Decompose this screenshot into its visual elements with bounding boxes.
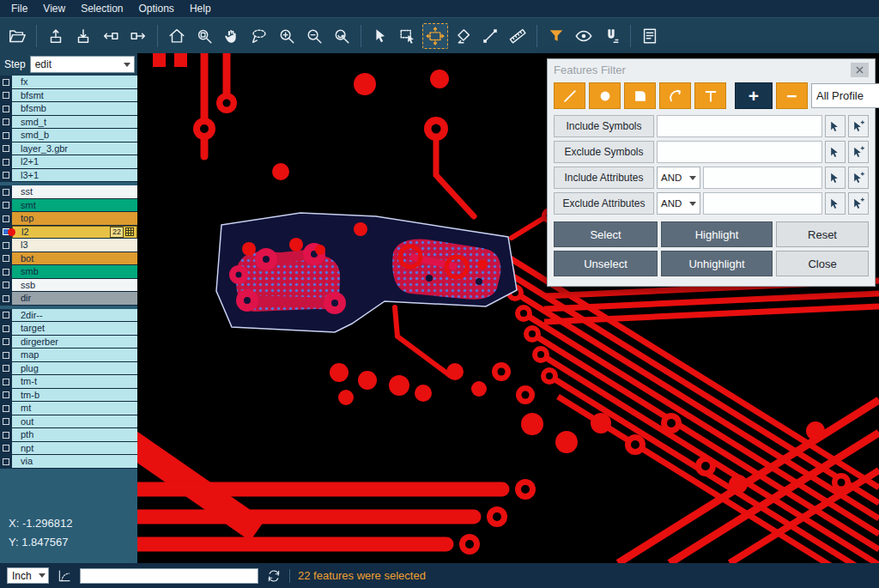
unselect-button[interactable]: Unselect	[554, 251, 658, 276]
surface-tool-button[interactable]	[624, 82, 656, 109]
layer-row-map[interactable]: map	[0, 349, 137, 362]
layer-checkbox[interactable]	[0, 442, 12, 456]
exclude-attributes-button[interactable]: Exclude Attributes	[554, 192, 654, 215]
unhighlight-button[interactable]: Unhighlight	[661, 251, 773, 276]
filter-remove-button[interactable]: −	[776, 82, 808, 109]
line-draw-icon[interactable]	[477, 23, 503, 49]
layer-name-cell[interactable]: via	[12, 455, 137, 469]
close-icon[interactable]	[851, 63, 869, 77]
layer-checkbox[interactable]	[0, 169, 12, 183]
layer-row-target[interactable]: target	[0, 322, 137, 336]
layer-row-l2[interactable]: l222	[0, 226, 137, 239]
grid-icon[interactable]	[125, 227, 134, 236]
filter-icon[interactable]	[543, 23, 569, 49]
layer-name-cell[interactable]: mt	[12, 402, 137, 415]
layer-row-bfsmb[interactable]: bfsmb	[0, 102, 137, 116]
pick-feature-button[interactable]	[825, 141, 846, 163]
layer-row-dirgerber[interactable]: dirgerber	[0, 336, 137, 349]
close-button[interactable]: Close	[776, 251, 869, 276]
line-tool-button[interactable]	[554, 82, 585, 109]
layer-name-cell[interactable]: ssb	[12, 279, 137, 293]
layer-checkbox[interactable]	[0, 226, 12, 239]
layer-checkbox[interactable]	[0, 265, 12, 279]
menu-item-view[interactable]: View	[35, 0, 73, 17]
open-file-icon[interactable]	[4, 23, 30, 49]
layer-name-cell[interactable]: l3	[12, 239, 137, 252]
layer-checkbox[interactable]	[0, 116, 12, 130]
layer-checkbox[interactable]	[0, 292, 12, 306]
exclude-attributes-input[interactable]	[703, 192, 822, 215]
layer-checkbox[interactable]	[0, 239, 12, 252]
menu-item-options[interactable]: Options	[131, 0, 182, 17]
export-up-icon[interactable]	[43, 23, 69, 49]
layer-row-mt[interactable]: mt	[0, 402, 137, 415]
layer-row-smt[interactable]: smt	[0, 199, 137, 213]
angle-measure-icon[interactable]	[57, 568, 72, 584]
layer-checkbox[interactable]	[0, 415, 12, 429]
layer-name-cell[interactable]: plug	[12, 362, 137, 376]
command-input[interactable]	[80, 568, 258, 584]
layer-name-cell[interactable]: map	[12, 349, 137, 362]
layer-name-cell[interactable]: l222	[12, 226, 137, 239]
exclude-symbols-input[interactable]	[657, 141, 822, 163]
layer-row-out[interactable]: out	[0, 415, 137, 429]
zoom-out-icon[interactable]	[301, 23, 327, 49]
menu-item-selection[interactable]: Selection	[73, 0, 130, 17]
transform-select-icon[interactable]	[422, 23, 448, 49]
include-symbols-button[interactable]: Include Symbols	[554, 115, 654, 137]
layer-checkbox[interactable]	[0, 428, 12, 442]
filter-add-button[interactable]: +	[735, 82, 773, 109]
layer-checkbox[interactable]	[0, 362, 12, 376]
layer-name-cell[interactable]: l2+1	[12, 155, 137, 169]
layer-row-smd-t[interactable]: smd_t	[0, 116, 137, 130]
layer-name-cell[interactable]: 2dir--	[12, 309, 137, 323]
layer-checkbox[interactable]	[0, 102, 12, 116]
layer-row-smd-b[interactable]: smd_b	[0, 129, 137, 142]
layer-checkbox[interactable]	[0, 199, 12, 213]
pick-reference-button[interactable]	[848, 192, 869, 215]
layer-row-fx[interactable]: fx	[0, 76, 137, 89]
layer-name-cell[interactable]: bot	[12, 252, 137, 266]
snap-icon[interactable]	[598, 23, 624, 49]
layer-row-l3[interactable]: l3	[0, 239, 137, 252]
layer-checkbox[interactable]	[0, 252, 12, 266]
lasso-select-icon[interactable]	[246, 23, 272, 49]
layer-checkbox[interactable]	[0, 212, 12, 226]
layer-row-sst[interactable]: sst	[0, 185, 137, 199]
highlight-button[interactable]: Highlight	[661, 221, 773, 247]
layer-name-cell[interactable]: smd_t	[12, 116, 137, 130]
pick-reference-button[interactable]	[848, 115, 869, 137]
layer-name-cell[interactable]: smt	[12, 199, 137, 213]
pick-feature-button[interactable]	[825, 115, 846, 137]
layer-row-pth[interactable]: pth	[0, 428, 137, 442]
layer-name-cell[interactable]: out	[12, 415, 137, 429]
profile-select[interactable]: All Profile	[811, 83, 879, 108]
menu-item-help[interactable]: Help	[182, 0, 219, 17]
layer-row-top[interactable]: top	[0, 212, 137, 226]
layer-row-tm-t[interactable]: tm-t	[0, 375, 137, 389]
refresh-icon[interactable]	[266, 568, 282, 584]
layer-row-l3-1[interactable]: l3+1	[0, 169, 137, 183]
layer-checkbox[interactable]	[0, 336, 12, 349]
layer-row-layer-3-gbr[interactable]: layer_3.gbr	[0, 142, 137, 156]
pick-feature-button[interactable]	[825, 192, 846, 215]
layer-row-tm-b[interactable]: tm-b	[0, 389, 137, 403]
layer-name-cell[interactable]: l3+1	[12, 169, 137, 183]
pick-reference-button[interactable]	[848, 141, 869, 163]
notes-icon[interactable]	[637, 23, 663, 49]
pick-reference-button[interactable]	[848, 167, 869, 189]
layer-checkbox[interactable]	[0, 389, 12, 403]
include-attributes-input[interactable]	[703, 167, 822, 189]
layer-row-smb[interactable]: smb	[0, 265, 137, 279]
include-attributes-button[interactable]: Include Attributes	[554, 167, 654, 189]
layer-row-plug[interactable]: plug	[0, 362, 137, 376]
layer-name-cell[interactable]: smd_b	[12, 129, 137, 142]
text-tool-button[interactable]	[694, 82, 726, 109]
layer-name-cell[interactable]: dirgerber	[12, 336, 137, 349]
pick-feature-button[interactable]	[825, 167, 846, 189]
layer-checkbox[interactable]	[0, 322, 12, 336]
layer-checkbox[interactable]	[0, 349, 12, 362]
layer-row-2dir[interactable]: 2dir--	[0, 309, 137, 323]
layer-name-cell[interactable]: pth	[12, 428, 137, 442]
layer-checkbox[interactable]	[0, 402, 12, 415]
